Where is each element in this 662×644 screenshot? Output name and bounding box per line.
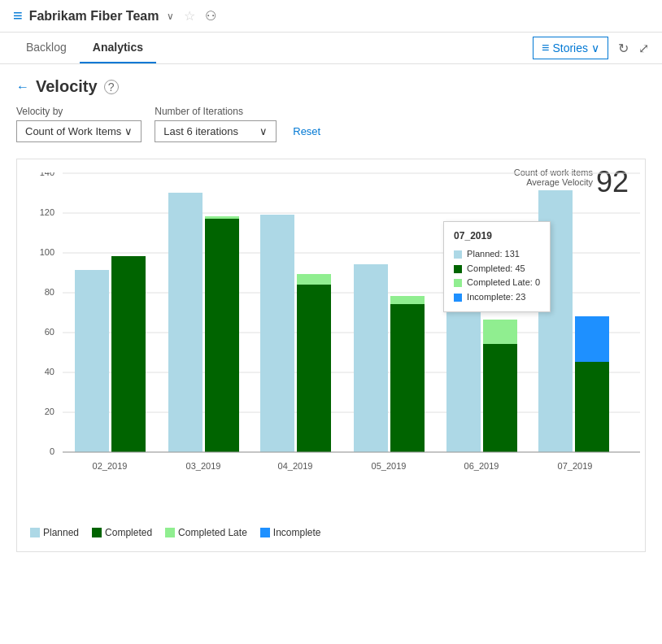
tooltip-title: 07_2019: [454, 228, 540, 244]
stories-chevron-icon: ∨: [591, 41, 599, 54]
bar-completed-3: [390, 304, 425, 452]
bar-completed-2: [297, 285, 331, 452]
expand-button[interactable]: ⤢: [638, 41, 649, 56]
legend-late-label: Completed Late: [178, 527, 247, 538]
nav-right: ≡ Stories ∨ ↻ ⤢: [533, 37, 649, 59]
tab-analytics[interactable]: Analytics: [80, 33, 156, 63]
stories-label: Stories: [552, 41, 588, 54]
legend-completed-late: Completed Late: [165, 527, 247, 538]
svg-text:04_2019: 04_2019: [278, 461, 313, 471]
favorite-icon[interactable]: ☆: [184, 8, 195, 24]
iterations-select[interactable]: Last 6 iterations ∨: [155, 120, 277, 142]
legend-planned-label: Planned: [43, 527, 79, 538]
legend-incomplete-dot: [260, 528, 270, 537]
tab-backlog[interactable]: Backlog: [13, 33, 80, 63]
svg-text:07_2019: 07_2019: [558, 461, 593, 471]
tooltip-row-completed: Completed: 45: [454, 262, 540, 276]
legend-completed-label: Completed: [105, 527, 152, 538]
svg-text:0: 0: [50, 446, 54, 456]
chart-legend: Planned Completed Completed Late Incompl…: [30, 520, 632, 538]
app-header: ≡ Fabrikam Fiber Team ∨ ☆ ⚇: [0, 0, 662, 33]
chart-tooltip: 07_2019 Planned: 131 Completed: 45 Compl…: [443, 221, 551, 312]
stories-button[interactable]: ≡ Stories ∨: [533, 37, 608, 59]
legend-incomplete: Incomplete: [260, 527, 321, 538]
svg-text:03_2019: 03_2019: [186, 461, 221, 471]
refresh-button[interactable]: ↻: [618, 41, 629, 56]
tooltip-planned-label: Planned: 131: [467, 247, 520, 262]
bar-completed-5: [575, 362, 609, 452]
legend-planned: Planned: [30, 527, 79, 538]
tooltip-incomplete-label: Incomplete: 23: [467, 290, 525, 305]
bar-incomplete-5: [575, 316, 609, 362]
team-chevron-icon[interactable]: ∨: [167, 11, 174, 22]
tooltip-row-incomplete: Incomplete: 23: [454, 290, 540, 305]
filters-bar: Velocity by Count of Work Items ∨ Number…: [16, 106, 646, 142]
tooltip-completed-dot: [454, 265, 462, 273]
velocity-by-label: Velocity by: [16, 106, 142, 117]
back-button[interactable]: ←: [16, 80, 29, 94]
tooltip-late-label: Completed Late: 0: [467, 276, 540, 290]
bar-completed-0: [111, 256, 146, 452]
app-icon: ≡: [13, 7, 23, 25]
svg-text:140: 140: [40, 172, 54, 177]
legend-late-dot: [165, 528, 175, 537]
svg-text:02_2019: 02_2019: [93, 461, 128, 471]
svg-text:05_2019: 05_2019: [372, 461, 407, 471]
tooltip-completed-label: Completed: 45: [467, 262, 525, 276]
bar-completed-1: [205, 219, 239, 452]
tooltip-row-planned: Planned: 131: [454, 247, 540, 262]
velocity-chart: Count of work items Average Velocity 92: [16, 159, 646, 552]
svg-text:120: 120: [40, 207, 54, 217]
iterations-value: Last 6 iterations: [163, 125, 238, 137]
bar-completed-4: [483, 344, 517, 452]
velocity-by-chevron-icon: ∨: [124, 125, 133, 137]
tooltip-planned-dot: [454, 250, 462, 259]
reset-button[interactable]: Reset: [290, 120, 324, 142]
velocity-by-filter: Velocity by Count of Work Items ∨: [16, 106, 142, 142]
chart-svg: 0 20 40 60 80 100 120 140 02_2019: [30, 172, 648, 498]
iterations-label: Number of Iterations: [155, 106, 277, 117]
svg-text:80: 80: [45, 287, 54, 297]
legend-completed: Completed: [92, 527, 152, 538]
chart-svg-container: 0 20 40 60 80 100 120 140 02_2019: [30, 172, 632, 514]
bar-late-1: [205, 216, 239, 219]
velocity-by-select[interactable]: Count of Work Items ∨: [16, 120, 142, 142]
help-icon[interactable]: ?: [104, 80, 119, 94]
iterations-chevron-icon: ∨: [259, 125, 268, 137]
legend-completed-dot: [92, 528, 102, 537]
main-content: ← Velocity ? Velocity by Count of Work I…: [0, 64, 662, 565]
bar-late-3: [390, 296, 425, 304]
iterations-filter: Number of Iterations Last 6 iterations ∨: [155, 106, 277, 142]
breadcrumb: ← Velocity ?: [16, 77, 646, 96]
tooltip-incomplete-dot: [454, 294, 462, 302]
team-name: Fabrikam Fiber Team: [29, 9, 159, 24]
legend-planned-dot: [30, 528, 40, 537]
svg-text:100: 100: [40, 247, 54, 257]
page-title: Velocity: [36, 77, 98, 96]
bar-planned-0: [75, 270, 109, 452]
bar-planned-1: [168, 193, 203, 452]
bar-planned-3: [354, 264, 388, 452]
bar-late-4: [483, 320, 517, 344]
svg-text:40: 40: [45, 367, 54, 376]
bar-late-2: [297, 274, 331, 285]
legend-incomplete-label: Incomplete: [273, 527, 321, 538]
svg-text:60: 60: [45, 327, 54, 337]
svg-text:20: 20: [45, 407, 54, 416]
svg-text:06_2019: 06_2019: [464, 461, 499, 471]
people-icon[interactable]: ⚇: [205, 8, 216, 24]
nav-bar: Backlog Analytics ≡ Stories ∨ ↻ ⤢: [0, 33, 662, 64]
bar-planned-2: [260, 215, 294, 452]
velocity-by-value: Count of Work Items: [25, 125, 121, 137]
tooltip-row-late: Completed Late: 0: [454, 276, 540, 290]
nav-tabs: Backlog Analytics: [13, 33, 156, 63]
tooltip-late-dot: [454, 279, 462, 287]
